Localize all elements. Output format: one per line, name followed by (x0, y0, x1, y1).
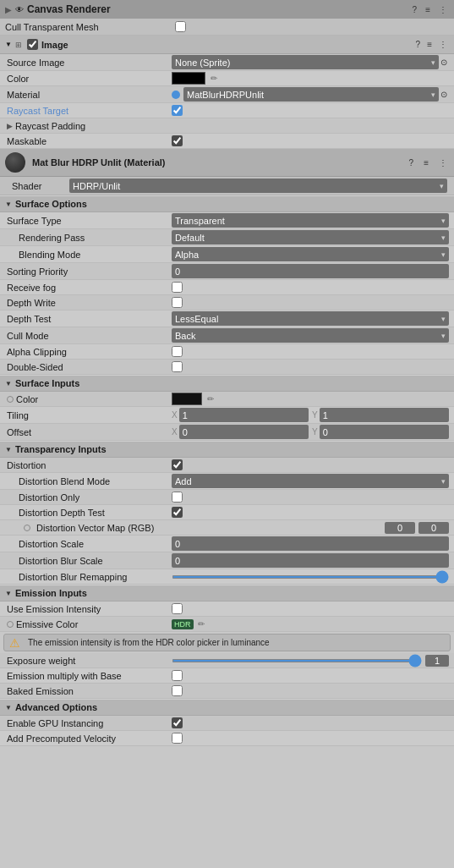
emissive-color-row: Emissive Color HDR ✏ (0, 617, 454, 632)
distortion-blur-scale-input[interactable] (172, 553, 449, 568)
offset-x-input[interactable] (179, 425, 309, 439)
tiling-x-label: X (172, 410, 178, 420)
baked-emission-checkbox[interactable] (172, 685, 183, 696)
emission-info-text: The emission intensity is from the HDR c… (28, 638, 270, 647)
mat-help-btn[interactable]: ? (408, 158, 416, 168)
use-emission-intensity-checkbox[interactable] (172, 603, 183, 614)
image-expand-triangle: ▼ (5, 41, 12, 48)
distortion-scale-value (172, 536, 449, 551)
blending-mode-value: Alpha (172, 247, 449, 261)
receive-fog-label: Receive fog (7, 283, 172, 293)
cull-transparent-checkbox[interactable] (175, 21, 186, 32)
surface-type-dropdown[interactable]: Transparent (172, 213, 449, 228)
enable-gpu-instancing-label: Enable GPU Instancing (7, 718, 172, 728)
distortion-only-label: Distortion Only (7, 492, 172, 503)
surface-options-header[interactable]: ▼ Surface Options (0, 195, 454, 212)
source-image-target-btn[interactable]: ⊙ (439, 58, 449, 67)
image-section-header[interactable]: ▼ ⊞ Image ? ≡ ⋮ (0, 36, 454, 54)
distortion-value (172, 459, 449, 470)
expand-icon[interactable]: ▶ (5, 5, 12, 14)
distortion-blur-remapping-value (172, 575, 449, 579)
image-settings-btn[interactable]: ≡ (425, 40, 434, 49)
material-dropdown-wrap: MatBlurHDRPUnlit (183, 87, 439, 102)
emission-multiply-checkbox[interactable] (172, 670, 183, 681)
tiling-y-input[interactable] (320, 408, 449, 422)
top-header: ▶ 👁 Canvas Renderer ? ≡ ⋮ (0, 0, 454, 19)
source-image-text: None (Sprite) (175, 58, 230, 68)
receive-fog-checkbox[interactable] (172, 282, 183, 293)
distortion-scale-input[interactable] (172, 536, 449, 551)
blending-mode-dropdown[interactable]: Alpha (172, 247, 449, 261)
blending-mode-row: Blending Mode Alpha (0, 246, 454, 263)
image-help-btn[interactable]: ? (414, 40, 423, 49)
depth-write-checkbox[interactable] (172, 297, 183, 308)
mat-settings-btn[interactable]: ≡ (422, 158, 430, 168)
image-more-btn[interactable]: ⋮ (437, 40, 449, 49)
surface-inputs-header[interactable]: ▼ Surface Inputs (0, 375, 454, 392)
distortion-depth-test-checkbox[interactable] (172, 507, 183, 518)
tiling-x-input[interactable] (179, 408, 309, 422)
material-target-btn[interactable]: ⊙ (439, 90, 449, 99)
enable-gpu-instancing-checkbox[interactable] (172, 717, 183, 728)
alpha-clipping-checkbox[interactable] (172, 346, 183, 357)
shader-row: Shader HDRP/Unlit (0, 177, 454, 195)
color-swatch[interactable] (172, 72, 205, 85)
distortion-blend-mode-label: Distortion Blend Mode (7, 476, 172, 486)
more-button[interactable]: ⋮ (437, 5, 449, 14)
mat-more-btn[interactable]: ⋮ (437, 158, 449, 168)
hdr-badge: HDR (172, 619, 194, 629)
eye-icon: 👁 (15, 5, 24, 14)
depth-test-dropdown[interactable]: LessEqual (172, 311, 449, 326)
add-precomputed-velocity-checkbox[interactable] (172, 733, 183, 744)
raycast-target-checkbox[interactable] (172, 105, 183, 116)
material-field[interactable]: MatBlurHDRPUnlit (183, 87, 439, 102)
advanced-options-title: Advanced Options (15, 702, 97, 712)
surface-color-swatch[interactable] (172, 393, 202, 405)
source-image-field[interactable]: None (Sprite) (172, 55, 439, 69)
distortion-blur-remapping-slider[interactable] (172, 575, 449, 579)
sorting-priority-input[interactable] (172, 264, 449, 278)
surface-color-edit-btn[interactable]: ✏ (205, 394, 216, 404)
surface-inputs-title: Surface Inputs (15, 378, 79, 388)
raycast-target-label[interactable]: Raycast Target (7, 106, 172, 116)
distortion-blend-mode-row: Distortion Blend Mode Add (0, 473, 454, 490)
baked-emission-row: Baked Emission (0, 684, 454, 699)
distortion-vector-val2[interactable] (418, 522, 449, 534)
distortion-only-checkbox[interactable] (172, 492, 183, 503)
emission-inputs-header[interactable]: ▼ Emission Inputs (0, 585, 454, 602)
settings-button[interactable]: ≡ (424, 5, 432, 14)
help-button[interactable]: ? (411, 5, 419, 14)
advanced-options-header[interactable]: ▼ Advanced Options (0, 699, 454, 716)
raycast-padding-label: Raycast Padding (15, 121, 180, 131)
color-label: Color (7, 74, 172, 84)
raycast-target-row: Raycast Target (0, 103, 454, 118)
blending-mode-dropdown-wrap: Alpha (172, 247, 449, 261)
emissive-color-edit-btn[interactable]: ✏ (196, 619, 206, 629)
image-enabled-checkbox[interactable] (27, 39, 38, 50)
distortion-vector-val1[interactable] (385, 522, 415, 534)
add-precomputed-velocity-value (172, 733, 449, 744)
tiling-x-wrap: X (172, 408, 309, 422)
double-sided-checkbox[interactable] (172, 361, 183, 372)
tiling-y-label: Y (312, 410, 318, 420)
surface-type-label: Surface Type (7, 216, 172, 226)
rendering-pass-dropdown[interactable]: Default (172, 230, 449, 244)
surface-color-label: Color (16, 394, 38, 404)
maskable-checkbox[interactable] (172, 135, 183, 146)
distortion-only-value (172, 492, 449, 503)
surface-type-dropdown-wrap: Transparent (172, 213, 449, 228)
offset-y-input[interactable] (320, 425, 449, 439)
emission-multiply-row: Emission multiply with Base (0, 668, 454, 684)
exposure-weight-input[interactable] (425, 655, 449, 667)
rendering-pass-value: Default (172, 230, 449, 244)
exposure-weight-value (172, 655, 449, 667)
color-edit-btn[interactable]: ✏ (209, 74, 219, 83)
transparency-inputs-header[interactable]: ▼ Transparency Inputs (0, 441, 454, 458)
exposure-weight-slider[interactable] (172, 659, 422, 662)
shader-dropdown[interactable]: HDRP/Unlit (69, 179, 447, 193)
cull-mode-dropdown[interactable]: Back (172, 328, 449, 343)
distortion-blend-mode-dropdown[interactable]: Add (172, 474, 449, 488)
distortion-checkbox[interactable] (172, 459, 183, 470)
alpha-clipping-label: Alpha Clipping (7, 347, 172, 357)
use-emission-intensity-row: Use Emission Intensity (0, 602, 454, 617)
